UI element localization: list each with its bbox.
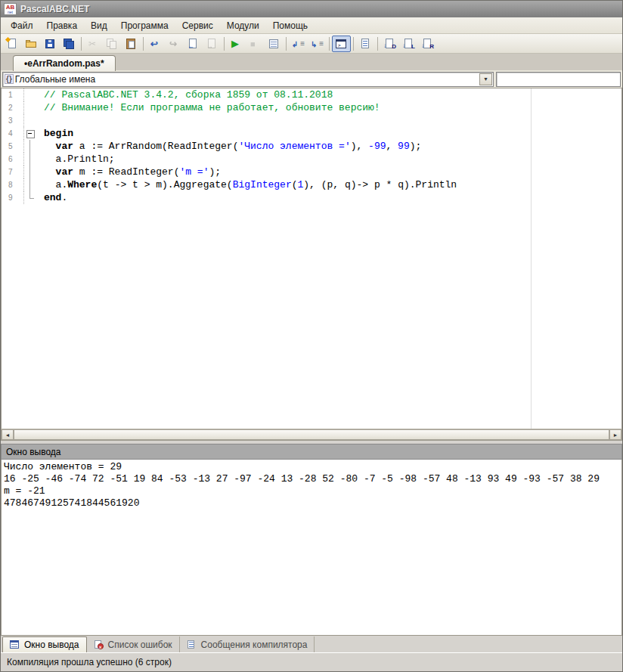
toolbar-separator <box>377 37 378 51</box>
stop-icon: ■ <box>249 38 262 50</box>
disasm-r-button[interactable]: ↓R <box>418 36 437 52</box>
indent-icon: ≡↲ <box>292 38 305 50</box>
output-line: 16 -25 -46 -74 72 -51 19 84 -53 -13 27 -… <box>4 473 621 485</box>
tab-label: Окно вывода <box>24 639 79 650</box>
watch-button[interactable] <box>265 36 284 52</box>
horizontal-scrollbar[interactable]: ◄ ► <box>1 429 622 441</box>
chevron-down-icon[interactable]: ▼ <box>479 73 492 85</box>
tab-output[interactable]: Окно вывода <box>2 636 87 652</box>
console-toggle-icon: > <box>335 38 348 50</box>
code-editor[interactable]: 1// PascalABC.NET 3.4.2, сборка 1859 от … <box>1 88 622 429</box>
code-line-9: 9end. <box>2 191 621 204</box>
code-line-3: 3 <box>2 114 621 127</box>
output-icon <box>10 640 20 649</box>
copy-button <box>103 36 122 52</box>
paste-button[interactable] <box>122 36 141 52</box>
toolbar-separator <box>81 37 82 51</box>
fold-margin <box>24 140 39 153</box>
code-text[interactable]: var m := ReadInteger('m ='); <box>39 166 221 178</box>
menu-program[interactable]: Программа <box>114 18 175 33</box>
fold-toggle-icon[interactable] <box>24 127 39 140</box>
output-panel-body[interactable]: Число элементов = 2916 -25 -46 -74 72 -5… <box>1 460 622 636</box>
fold-margin <box>24 101 39 114</box>
code-text[interactable]: // PascalABC.NET 3.4.2, сборка 1859 от 0… <box>39 88 333 101</box>
outdent-button[interactable]: ≡↳ <box>308 36 327 52</box>
copy-icon <box>106 38 119 50</box>
code-line-1: 1// PascalABC.NET 3.4.2, сборка 1859 от … <box>2 88 621 101</box>
code-text[interactable]: end. <box>39 191 67 204</box>
scroll-left-arrow-icon[interactable]: ◄ <box>2 429 14 440</box>
tab-compiler-messages[interactable]: Сообщения компилятора <box>180 636 315 652</box>
menu-edit[interactable]: Правка <box>40 18 85 33</box>
tab-errors[interactable]: xСписок ошибок <box>87 636 180 652</box>
document-tab[interactable]: •eArrRandom.pas* <box>13 55 116 71</box>
output-panel-header: Окно вывода <box>1 444 622 460</box>
menu-view[interactable]: Вид <box>84 18 114 33</box>
output-panel-title: Окно вывода <box>6 447 61 457</box>
new-icon <box>6 38 19 50</box>
disasm-l-button[interactable]: ↓L <box>399 36 418 52</box>
tab-label: Список ошибок <box>108 639 172 650</box>
code-line-6: 6 a.Println; <box>2 153 621 166</box>
indent-button[interactable]: ≡↲ <box>289 36 308 52</box>
bottom-tab-bar: Окно выводаxСписок ошибокСообщения компи… <box>1 636 622 652</box>
code-text[interactable]: // Внимание! Если программа не работает,… <box>39 101 380 114</box>
output-line: m = -21 <box>4 485 621 497</box>
fold-margin <box>24 153 39 166</box>
output-line: Число элементов = 29 <box>4 461 621 473</box>
code-text[interactable]: begin <box>39 127 73 140</box>
menu-file[interactable]: Файл <box>4 18 40 33</box>
save-button[interactable] <box>41 36 60 52</box>
line-number: 4 <box>2 127 24 140</box>
toolbar-separator <box>353 37 354 51</box>
scroll-right-arrow-icon[interactable]: ► <box>609 429 621 440</box>
save-all-button[interactable] <box>60 36 79 52</box>
scope-combobox[interactable]: {} Глобальные имена ▼ <box>2 72 494 87</box>
open-icon <box>25 38 38 50</box>
disasm-r-icon: ↓R <box>421 38 434 50</box>
member-combobox[interactable] <box>496 72 621 87</box>
toolbar-separator <box>224 37 225 51</box>
scope-combobox-value: Глобальные имена <box>15 74 95 85</box>
menu-help[interactable]: Помощь <box>266 18 315 33</box>
nav-back-icon: ← <box>187 38 200 50</box>
toolbar: ✂↩↪←→▶■≡↲≡↳>↓D↓L↓R <box>1 34 622 54</box>
disasm-d-button[interactable]: ↓D <box>380 36 399 52</box>
document-tab-strip: •eArrRandom.pas* <box>1 54 622 70</box>
menu-modules[interactable]: Модули <box>220 18 266 33</box>
navigation-bar: {} Глобальные имена ▼ <box>1 70 622 88</box>
line-number: 3 <box>2 114 24 127</box>
messages-icon <box>187 640 197 649</box>
toolbar-separator <box>329 37 330 51</box>
open-button[interactable] <box>22 36 41 52</box>
tab-label: Сообщения компилятора <box>201 639 308 650</box>
form-designer-button[interactable] <box>356 36 375 52</box>
code-text[interactable]: var a := ArrRandom(ReadInteger('Число эл… <box>39 140 421 153</box>
code-line-2: 2// Внимание! Если программа не работает… <box>2 101 621 114</box>
code-text[interactable]: a.Println; <box>39 153 115 166</box>
menu-service[interactable]: Сервис <box>175 18 220 33</box>
status-message: Компиляция прошла успешно (6 строк) <box>7 657 172 667</box>
line-number: 1 <box>2 88 24 101</box>
run-button[interactable]: ▶ <box>227 36 246 52</box>
code-text[interactable] <box>39 114 44 127</box>
output-line: 47846749125741844561920 <box>4 497 621 509</box>
nav-back-button[interactable]: ← <box>184 36 203 52</box>
stop-button: ■ <box>246 36 265 52</box>
console-toggle-button[interactable]: > <box>332 36 351 52</box>
undo-button[interactable]: ↩ <box>146 36 165 52</box>
disasm-l-icon: ↓L <box>402 38 415 50</box>
line-number: 7 <box>2 166 24 178</box>
code-line-8: 8 a.Where(t -> t > m).Aggregate(BigInteg… <box>2 178 621 191</box>
fold-margin <box>24 88 39 101</box>
new-button[interactable] <box>3 36 22 52</box>
menu-bar: ФайлПравкаВидПрограммаСервисМодулиПомощь <box>1 17 622 34</box>
toolbar-separator <box>143 37 144 51</box>
braces-icon: {} <box>5 74 14 84</box>
form-designer-icon <box>359 38 372 50</box>
right-margin-guide <box>531 88 532 429</box>
code-line-5: 5 var a := ArrRandom(ReadInteger('Число … <box>2 140 621 153</box>
scrollbar-thumb[interactable] <box>14 429 609 440</box>
code-text[interactable]: a.Where(t -> t > m).Aggregate(BigInteger… <box>39 178 457 191</box>
code-line-4: 4begin <box>2 127 621 140</box>
